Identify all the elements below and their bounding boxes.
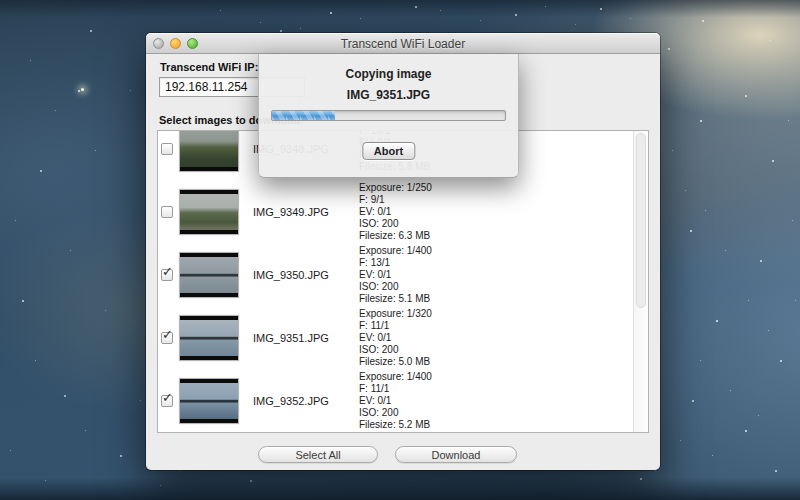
image-checkbox[interactable]: ✓ <box>161 395 173 407</box>
app-window: Transcend WiFi Loader Transcend WiFi IP:… <box>146 33 660 470</box>
image-filename: IMG_9349.JPG <box>253 206 345 218</box>
image-checkbox[interactable]: ✓ <box>161 332 173 344</box>
checkmark-icon: ✓ <box>162 264 173 279</box>
copy-progress-sheet: Copying image IMG_9351.JPG Abort <box>258 54 519 178</box>
image-exif-details: Exposure: 1/320F: 11/1EV: 0/1ISO: 200Fil… <box>359 308 432 368</box>
sheet-title: Copying image <box>259 67 518 81</box>
image-thumbnail <box>179 252 239 298</box>
select-all-button[interactable]: Select All <box>258 446 378 463</box>
checkmark-icon: ✓ <box>162 327 173 342</box>
bright-star-decoration <box>81 88 84 91</box>
image-thumbnail <box>179 315 239 361</box>
image-thumbnail <box>179 130 239 172</box>
vertical-scrollbar[interactable] <box>633 131 648 432</box>
progress-bar <box>271 110 506 121</box>
image-filename: IMG_9350.JPG <box>253 269 345 281</box>
list-item[interactable]: ✓ IMG_9352.JPG Exposure: 1/400F: 11/1EV:… <box>158 369 648 432</box>
list-item[interactable]: ✓ IMG_9351.JPG Exposure: 1/320F: 11/1EV:… <box>158 306 648 369</box>
image-exif-details: Exposure: 1/400F: 11/1EV: 0/1ISO: 200Fil… <box>359 371 432 431</box>
scrollbar-thumb[interactable] <box>636 133 646 308</box>
image-thumbnail <box>179 378 239 424</box>
abort-button[interactable]: Abort <box>362 142 415 160</box>
list-item[interactable]: ✓ IMG_9349.JPG Exposure: 1/250F: 9/1EV: … <box>158 180 648 243</box>
image-thumbnail <box>179 189 239 235</box>
sheet-filename: IMG_9351.JPG <box>259 88 518 102</box>
ip-label: Transcend WiFi IP: <box>160 61 258 73</box>
image-checkbox[interactable]: ✓ <box>161 143 173 155</box>
desktop-wallpaper: Transcend WiFi Loader Transcend WiFi IP:… <box>0 0 800 500</box>
window-title: Transcend WiFi Loader <box>146 37 660 51</box>
download-button[interactable]: Download <box>395 446 517 463</box>
stars-decoration-small <box>0 0 1 1</box>
image-filename: IMG_9351.JPG <box>253 332 345 344</box>
image-checkbox[interactable]: ✓ <box>161 269 173 281</box>
image-checkbox[interactable]: ✓ <box>161 206 173 218</box>
image-filename: IMG_9352.JPG <box>253 395 345 407</box>
window-titlebar[interactable]: Transcend WiFi Loader <box>146 33 660 54</box>
image-exif-details: Exposure: 1/250F: 9/1EV: 0/1ISO: 200File… <box>359 182 432 242</box>
progress-fill <box>272 111 335 120</box>
checkmark-icon: ✓ <box>162 390 173 405</box>
image-exif-details: Exposure: 1/400F: 13/1EV: 0/1ISO: 200Fil… <box>359 245 432 305</box>
list-item[interactable]: ✓ IMG_9350.JPG Exposure: 1/400F: 13/1EV:… <box>158 243 648 306</box>
